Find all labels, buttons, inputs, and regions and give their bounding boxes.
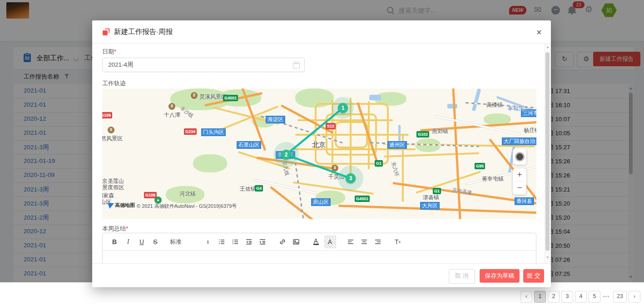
align-center-icon[interactable]: [359, 236, 370, 248]
page-button-4[interactable]: 4: [575, 291, 587, 303]
modal-scrollbar-thumb[interactable]: [545, 52, 550, 251]
cancel-button[interactable]: 取 消: [449, 269, 475, 284]
map-zoom-control: + −: [513, 168, 526, 195]
scroll-up-icon[interactable]: ▲: [546, 45, 550, 49]
bold-button[interactable]: B: [109, 236, 120, 248]
align-left-icon[interactable]: [345, 236, 356, 248]
unordered-list-icon[interactable]: [230, 236, 241, 248]
page-button-5[interactable]: 5: [589, 291, 600, 303]
track-marker-1[interactable]: 1: [338, 103, 348, 113]
page-button-1[interactable]: 1: [534, 291, 546, 303]
save-draft-button[interactable]: 保存为草稿: [480, 269, 520, 283]
date-label: 日期*: [102, 48, 116, 56]
page-ellipsis[interactable]: •••: [601, 291, 611, 302]
work-track-map[interactable]: 北京 海淀区 石景山区 门头沟区 通州区 丰台区 房山区 大兴区 三河市 大厂回…: [102, 88, 536, 219]
locate-dot-icon: [515, 152, 525, 162]
clear-format-button[interactable]: Tx: [392, 236, 403, 248]
image-icon[interactable]: [291, 236, 302, 248]
modal-footer: 取 消 保存为草稿 提 交: [92, 263, 551, 287]
underline-button[interactable]: U: [136, 236, 147, 248]
scroll-down-icon[interactable]: ▼: [546, 255, 550, 260]
line-height-button[interactable]: ▴▾: [207, 240, 209, 244]
font-color-bar: [313, 244, 319, 245]
link-icon[interactable]: [277, 236, 288, 248]
summary-label: 本周总结*: [102, 225, 128, 233]
page-button-3[interactable]: 3: [561, 291, 573, 303]
page-next-button[interactable]: ›: [629, 291, 640, 303]
editor-toolbar: B I U S 标准 ▴▾ A A Tx: [103, 233, 536, 251]
report-icon: [103, 28, 110, 35]
required-mark: *: [126, 225, 128, 232]
track-marker-2[interactable]: 2: [281, 150, 291, 160]
page-button-2[interactable]: 2: [548, 291, 560, 303]
modal-header: 新建工作报告·周报 ✕: [92, 20, 551, 44]
page-button-23[interactable]: 23: [613, 291, 627, 303]
map-locate-button[interactable]: [513, 148, 526, 165]
indent-icon[interactable]: [257, 236, 268, 248]
map-copyright: © 2021 高德软件AutoNavi - GS(2019)6379号: [137, 203, 237, 210]
highlight-color-button[interactable]: A: [324, 235, 336, 248]
outdent-icon[interactable]: [243, 236, 254, 248]
page-prev-button[interactable]: ‹: [520, 291, 532, 303]
strikethrough-button[interactable]: S: [150, 236, 161, 248]
zoom-out-button[interactable]: −: [513, 181, 526, 194]
italic-button[interactable]: I: [123, 236, 134, 248]
ordered-list-icon[interactable]: [216, 236, 227, 248]
required-mark: *: [114, 48, 116, 55]
paragraph-style-dropdown[interactable]: 标准: [170, 236, 196, 248]
submit-button[interactable]: 提 交: [523, 269, 544, 283]
amap-logo-text: 高德地图: [115, 202, 135, 209]
date-input[interactable]: [102, 58, 305, 72]
zoom-in-button[interactable]: +: [513, 168, 526, 181]
calendar-icon[interactable]: [293, 62, 300, 69]
screen: NEW ✉ 23 ⚙ 如 销售 首页 分析 经 全部工作... 工作报 ↻ ⚙ …: [0, 0, 644, 304]
track-label: 工作轨迹: [102, 79, 126, 88]
track-marker-3[interactable]: 3: [346, 173, 356, 183]
track-polyline: [102, 88, 536, 219]
align-right-icon[interactable]: [372, 236, 383, 248]
new-report-modal: 新建工作报告·周报 ✕ 日期* 工作轨迹: [92, 20, 551, 287]
close-icon[interactable]: ✕: [534, 27, 545, 38]
modal-title: 新建工作报告·周报: [114, 27, 173, 37]
font-color-button[interactable]: A: [311, 236, 322, 248]
